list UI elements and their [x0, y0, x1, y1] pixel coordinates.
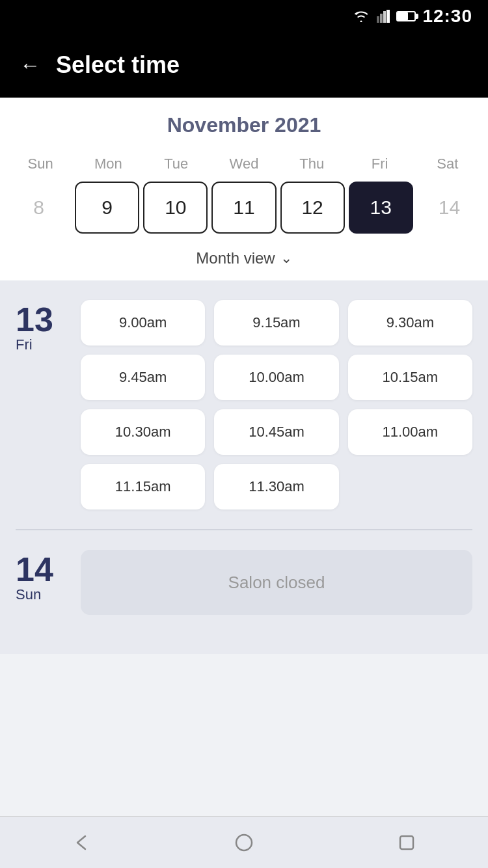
day-header-mon: Mon: [74, 150, 142, 178]
slots-grid-13: 9.00am 9.15am 9.30am 9.45am 10.00am 10.1…: [81, 300, 472, 509]
nav-recent-button[interactable]: [394, 830, 420, 856]
month-view-label: Month view: [196, 249, 275, 267]
slots-section: 13 Fri 9.00am 9.15am 9.30am 9.45am 10.00…: [0, 280, 488, 654]
slot-900am[interactable]: 9.00am: [81, 300, 205, 346]
nav-back-button[interactable]: [68, 830, 94, 856]
salon-closed-card: Salon closed: [81, 550, 472, 615]
day-headers: Sun Mon Tue Wed Thu Fri Sat: [0, 150, 488, 178]
day-name-14: Sun: [16, 586, 41, 603]
status-icons: 12:30: [352, 6, 472, 27]
day-cell-14[interactable]: 14: [417, 182, 481, 234]
month-year-title: November 2021: [0, 113, 488, 137]
slot-1030am[interactable]: 10.30am: [81, 409, 205, 455]
salon-closed-label: Salon closed: [228, 573, 325, 593]
slot-915am[interactable]: 9.15am: [214, 300, 338, 346]
status-time: 12:30: [422, 6, 472, 27]
chevron-down-icon: ⌄: [280, 250, 292, 267]
recent-square-icon: [396, 832, 417, 853]
day-header-sun: Sun: [7, 150, 74, 178]
day-header-thu: Thu: [278, 150, 346, 178]
back-triangle-icon: [71, 832, 92, 853]
svg-rect-2: [383, 11, 386, 23]
day-header-wed: Wed: [210, 150, 278, 178]
day-number-14: 14: [16, 552, 53, 586]
slot-1100am[interactable]: 11.00am: [348, 409, 472, 455]
day-cell-13[interactable]: 13: [349, 182, 413, 234]
nav-bar: [0, 816, 488, 868]
nav-home-button[interactable]: [231, 830, 257, 856]
slot-1015am[interactable]: 10.15am: [348, 355, 472, 400]
wifi-icon: [352, 10, 370, 23]
day-cell-8[interactable]: 8: [7, 182, 71, 234]
day-header-fri: Fri: [346, 150, 413, 178]
slot-1000am[interactable]: 10.00am: [214, 355, 338, 400]
slot-930am[interactable]: 9.30am: [348, 300, 472, 346]
svg-point-4: [236, 835, 252, 850]
day-block-14: 14 Sun Salon closed: [16, 550, 472, 615]
day-cell-9[interactable]: 9: [75, 182, 139, 234]
day-header-tue: Tue: [142, 150, 210, 178]
svg-rect-0: [377, 16, 379, 23]
day-number-13: 13: [16, 303, 53, 336]
day-header-sat: Sat: [414, 150, 481, 178]
day-cell-10[interactable]: 10: [143, 182, 208, 234]
day-block-13: 13 Fri 9.00am 9.15am 9.30am 9.45am 10.00…: [16, 300, 472, 509]
app-header: ← Select time: [0, 33, 488, 98]
month-view-toggle[interactable]: Month view ⌄: [0, 244, 488, 280]
day-row: 8 9 10 11 12 13 14: [0, 178, 488, 244]
page-title: Select time: [56, 51, 180, 79]
calendar-section: November 2021 Sun Mon Tue Wed Thu Fri Sa…: [0, 98, 488, 280]
back-button[interactable]: ←: [20, 53, 40, 77]
slot-1130am[interactable]: 11.30am: [214, 464, 338, 509]
day-label-14: 14 Sun: [16, 550, 68, 615]
svg-rect-1: [380, 14, 383, 23]
slot-945am[interactable]: 9.45am: [81, 355, 205, 400]
battery-icon: [396, 11, 416, 21]
day-divider: [16, 529, 472, 530]
slot-1045am[interactable]: 10.45am: [214, 409, 338, 455]
status-bar: 12:30: [0, 0, 488, 33]
slot-1115am[interactable]: 11.15am: [81, 464, 205, 509]
signal-icon: [377, 10, 390, 23]
home-circle-icon: [234, 832, 254, 853]
day-label-13: 13 Fri: [16, 300, 68, 509]
svg-rect-5: [400, 836, 413, 849]
svg-rect-3: [386, 10, 390, 23]
day-cell-12[interactable]: 12: [280, 182, 345, 234]
day-name-13: Fri: [16, 336, 33, 353]
day-cell-11[interactable]: 11: [211, 182, 276, 234]
